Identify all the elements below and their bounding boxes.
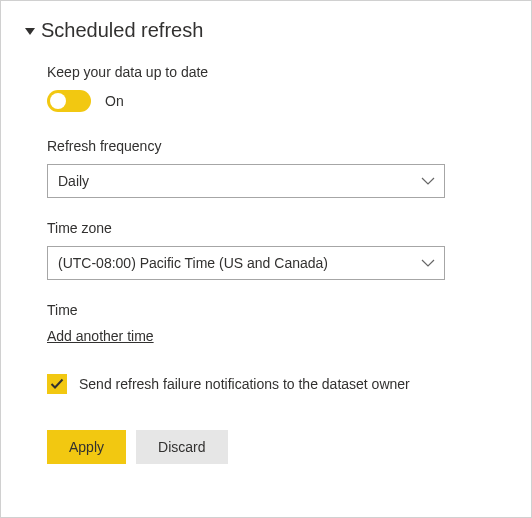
keep-up-to-date-toggle[interactable] [47, 90, 91, 112]
section-title: Scheduled refresh [41, 19, 203, 42]
section-header[interactable]: Scheduled refresh [25, 19, 507, 42]
apply-button[interactable]: Apply [47, 430, 126, 464]
time-label: Time [47, 302, 507, 318]
add-another-time-link[interactable]: Add another time [47, 328, 154, 344]
toggle-knob [50, 93, 66, 109]
collapse-caret-icon [25, 28, 35, 35]
discard-button[interactable]: Discard [136, 430, 227, 464]
refresh-frequency-label: Refresh frequency [47, 138, 507, 154]
notify-owner-label: Send refresh failure notifications to th… [79, 376, 410, 392]
checkmark-icon [50, 378, 64, 390]
toggle-state-label: On [105, 93, 124, 109]
time-zone-label: Time zone [47, 220, 507, 236]
refresh-frequency-select[interactable]: Daily [47, 164, 445, 198]
notify-owner-checkbox[interactable] [47, 374, 67, 394]
scheduled-refresh-panel: Scheduled refresh Keep your data up to d… [0, 0, 532, 518]
time-zone-select[interactable]: (UTC-08:00) Pacific Time (US and Canada) [47, 246, 445, 280]
keep-up-to-date-label: Keep your data up to date [47, 64, 507, 80]
